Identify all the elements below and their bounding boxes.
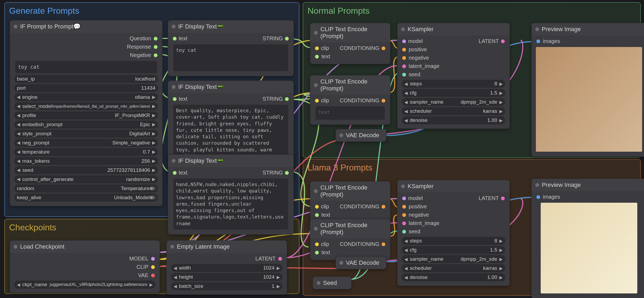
- output-port[interactable]: [382, 46, 385, 50]
- param-base_ip[interactable]: base_ip localhost: [14, 75, 158, 83]
- output-port[interactable]: [285, 171, 289, 175]
- input-port-clip[interactable]: [315, 46, 319, 50]
- node-header[interactable]: CLIP Text Encode (Prompt): [310, 181, 390, 201]
- chevron-right-icon[interactable]: ▶: [152, 122, 155, 127]
- output-port[interactable]: [501, 39, 505, 43]
- collapse-icon[interactable]: [401, 27, 405, 31]
- output-port[interactable]: [382, 205, 385, 209]
- param-denoise[interactable]: ◀denoise 1.00▶: [402, 273, 505, 281]
- node-preview-image-normal[interactable]: Preview Image images: [531, 23, 644, 157]
- collapse-icon[interactable]: [314, 189, 318, 193]
- output-port[interactable]: [382, 99, 385, 103]
- node-header[interactable]: KSampler: [397, 180, 510, 192]
- chevron-right-icon[interactable]: ▶: [277, 284, 280, 289]
- input-port[interactable]: [402, 197, 406, 200]
- node-if-display-text-3[interactable]: IF Display Text📟 textSTRING hand,NSFW,nu…: [168, 154, 294, 235]
- param-style_prompt[interactable]: ◀style_prompt DigitalArt▶: [14, 130, 158, 138]
- chevron-right-icon[interactable]: ▶: [152, 177, 155, 182]
- node-header[interactable]: VAE Decode: [336, 129, 386, 141]
- chevron-left-icon[interactable]: ◀: [17, 104, 20, 109]
- chevron-right-icon[interactable]: ▶: [152, 149, 155, 154]
- param-ckpt-name[interactable]: ◀ckpt_namejuggernautXL_v9Rdphoto2Lightni…: [14, 281, 155, 289]
- param-steps[interactable]: ◀steps 8▶: [402, 80, 505, 88]
- chevron-right-icon[interactable]: ▶: [149, 282, 153, 287]
- chevron-left-icon[interactable]: ◀: [17, 122, 20, 127]
- chevron-right-icon[interactable]: ▶: [152, 140, 155, 145]
- param-embellish_prompt[interactable]: ◀embellish_prompt Epic▶: [14, 121, 158, 129]
- collapse-icon[interactable]: [314, 31, 318, 35]
- chevron-right-icon[interactable]: ▶: [499, 100, 503, 105]
- param-temperature[interactable]: ◀temperature 0.7▶: [14, 148, 158, 156]
- chevron-left-icon[interactable]: ◀: [174, 275, 177, 280]
- node-clip-encode-llama-pos[interactable]: CLIP Text Encode (Prompt) clipCONDITIONI…: [310, 181, 390, 223]
- node-ksampler-normal[interactable]: KSampler modelLATENT positive negative l…: [397, 23, 510, 129]
- output-port[interactable]: [285, 37, 289, 41]
- input-port[interactable]: [402, 48, 406, 52]
- param-control_after_generate[interactable]: ◀control_after_generate randomize▶: [14, 175, 158, 183]
- output-port[interactable]: [154, 37, 158, 41]
- param-sampler_name[interactable]: ◀sampler_name dpmpp_2m_sde▶: [402, 255, 505, 263]
- node-header[interactable]: IF Prompt to Prompt💬: [10, 20, 162, 33]
- param-keep_alive[interactable]: keep_alive Unloads_Model: [14, 194, 158, 202]
- chevron-left-icon[interactable]: ◀: [17, 282, 20, 287]
- chevron-left-icon[interactable]: ◀: [17, 131, 20, 136]
- input-port[interactable]: [402, 221, 406, 225]
- output-port[interactable]: [501, 197, 505, 200]
- prompt-text-input[interactable]: toy cat: [15, 61, 157, 73]
- input-port[interactable]: [402, 39, 406, 43]
- node-if-display-text-1[interactable]: IF Display Text📟 textSTRING toy cat: [168, 20, 294, 76]
- input-port[interactable]: [402, 73, 406, 77]
- node-header[interactable]: IF Display Text📟: [168, 20, 294, 33]
- collapse-icon[interactable]: [339, 261, 343, 265]
- param-cfg[interactable]: ◀cfg 1.5▶: [402, 246, 505, 254]
- chevron-left-icon[interactable]: ◀: [404, 118, 408, 123]
- param-select_model[interactable]: ◀select_model impactframes/llama3_ifai_s…: [14, 102, 158, 110]
- input-port[interactable]: [402, 205, 406, 209]
- node-preview-image-llama[interactable]: Preview Image images: [531, 179, 644, 298]
- param-batch_size[interactable]: ◀batch_size 1▶: [171, 282, 283, 290]
- toggle-switch[interactable]: [149, 196, 155, 199]
- chevron-right-icon[interactable]: ▶: [277, 266, 280, 271]
- output-port[interactable]: [154, 53, 158, 57]
- chevron-left-icon[interactable]: ◀: [404, 238, 408, 244]
- chevron-left-icon[interactable]: ◀: [404, 248, 408, 253]
- output-port[interactable]: [278, 257, 282, 261]
- node-header[interactable]: Preview Image: [532, 23, 644, 35]
- node-clip-encode-normal-pos[interactable]: CLIP Text Encode (Prompt) clipCONDITIONI…: [310, 23, 390, 64]
- chevron-right-icon[interactable]: ▶: [499, 238, 503, 244]
- chevron-left-icon[interactable]: ◀: [404, 109, 408, 114]
- input-port-clip[interactable]: [315, 242, 319, 246]
- output-port[interactable]: [285, 97, 289, 101]
- chevron-left-icon[interactable]: ◀: [17, 140, 20, 145]
- param-scheduler[interactable]: ◀scheduler karras▶: [402, 264, 505, 272]
- preview-image[interactable]: [541, 203, 637, 293]
- param-port[interactable]: port 11434: [14, 84, 158, 92]
- node-load-checkpoint[interactable]: Load Checkpoint MODEL CLIP VAE ◀ckpt_nam…: [10, 240, 160, 293]
- preview-image[interactable]: [536, 47, 642, 152]
- node-header[interactable]: VAE Decode: [336, 257, 386, 269]
- node-seed[interactable]: Seed: [313, 277, 352, 289]
- node-header[interactable]: Preview Image: [532, 179, 644, 191]
- param-height[interactable]: ◀height 1024▶: [171, 273, 283, 281]
- input-port-text[interactable]: [315, 251, 319, 255]
- node-header[interactable]: CLIP Text Encode (Prompt): [310, 219, 390, 238]
- chevron-right-icon[interactable]: ▶: [152, 168, 155, 173]
- collapse-icon[interactable]: [339, 133, 343, 137]
- node-if-prompt-to-prompt[interactable]: IF Prompt to Prompt💬 Question Response N…: [10, 20, 163, 206]
- chevron-right-icon[interactable]: ▶: [152, 131, 155, 136]
- chevron-right-icon[interactable]: ▶: [499, 275, 503, 280]
- toggle-switch[interactable]: [149, 187, 155, 190]
- chevron-right-icon[interactable]: ▶: [152, 113, 155, 118]
- chevron-right-icon[interactable]: ▶: [499, 90, 503, 96]
- chevron-right-icon[interactable]: ▶: [152, 95, 155, 100]
- input-port-clip[interactable]: [315, 99, 319, 103]
- output-port[interactable]: [151, 274, 155, 277]
- input-port[interactable]: [173, 97, 177, 101]
- chevron-left-icon[interactable]: ◀: [404, 257, 408, 262]
- input-port[interactable]: [173, 37, 177, 41]
- input-port[interactable]: [402, 56, 406, 60]
- output-port[interactable]: [382, 242, 385, 246]
- chevron-left-icon[interactable]: ◀: [404, 81, 408, 86]
- param-seed[interactable]: ◀seed 257723278118406▶: [14, 166, 158, 174]
- chevron-left-icon[interactable]: ◀: [174, 266, 177, 271]
